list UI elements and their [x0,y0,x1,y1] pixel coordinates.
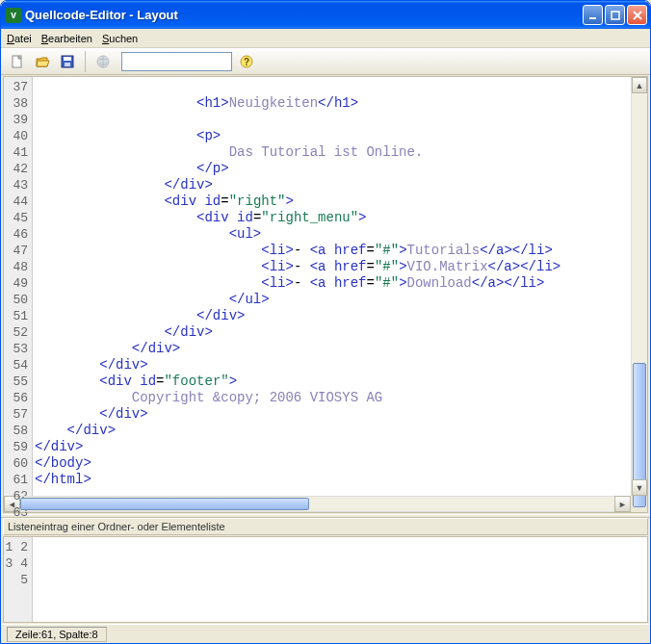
toolbar-separator [85,51,86,72]
menu-file[interactable]: Datei [7,33,32,44]
titlebar[interactable]: v Quellcode-Editor - Layout [1,1,650,29]
minimize-button[interactable] [583,5,603,25]
code-content[interactable]: <h1>Neuigkeiten</h1> <p> Das Tutorial is… [33,77,631,496]
status-col-label: Spalte: [59,629,91,640]
globe-button[interactable] [92,51,114,72]
menu-edit[interactable]: Bearbeiten [41,33,92,44]
maximize-button[interactable] [605,5,625,25]
scroll-up-arrow[interactable]: ▲ [632,77,647,93]
svg-text:?: ? [244,57,249,67]
horizontal-scrollbar[interactable]: ◄ ► [4,496,647,512]
svg-rect-6 [64,57,71,61]
lower-panel[interactable]: 1 2 3 4 5 [3,536,648,623]
vertical-scrollbar[interactable]: ▲ ▼ [631,77,647,496]
svg-rect-1 [612,12,619,19]
hscroll-track[interactable] [20,496,614,512]
menu-search[interactable]: Suchen [102,33,138,44]
open-file-button[interactable] [32,51,53,72]
toolbar: ? [1,48,650,75]
app-window: v Quellcode-Editor - Layout Datei Bearbe… [0,0,651,644]
svg-rect-7 [65,63,70,66]
lower-content[interactable] [33,537,647,622]
menu-search-rest: uchen [109,33,138,44]
statusbar: Zeile:61, Spalte:8 [1,624,650,643]
close-button[interactable] [627,5,647,25]
help-button[interactable]: ? [236,51,257,72]
search-input[interactable] [121,52,232,71]
menu-file-rest: atei [14,33,32,44]
scroll-right-arrow[interactable]: ► [614,496,631,512]
code-editor[interactable]: 37 38 39 40 41 42 43 44 45 46 47 48 49 5… [4,77,647,496]
new-file-button[interactable] [7,51,28,72]
status-line-label: Zeile: [15,629,41,640]
hint-bar: Listeneintrag einer Ordner- oder Element… [3,518,648,535]
menubar: Datei Bearbeiten Suchen [1,29,650,48]
svg-rect-0 [589,17,596,19]
line-gutter: 37 38 39 40 41 42 43 44 45 46 47 48 49 5… [4,77,33,496]
window-title: Quellcode-Editor - Layout [25,8,583,22]
status-position: Zeile:61, Spalte:8 [7,627,107,642]
menu-edit-rest: earbeiten [48,33,92,44]
vscroll-track[interactable] [632,93,647,479]
editor-area: 37 38 39 40 41 42 43 44 45 46 47 48 49 5… [3,76,648,513]
status-col-value: 8 [92,629,98,640]
hscroll-thumb[interactable] [20,498,309,510]
save-button[interactable] [57,51,78,72]
app-icon: v [6,8,21,23]
status-line-value: 61 [41,629,53,640]
scroll-down-arrow[interactable]: ▼ [632,479,647,496]
lower-gutter: 1 2 3 4 5 [4,537,33,622]
